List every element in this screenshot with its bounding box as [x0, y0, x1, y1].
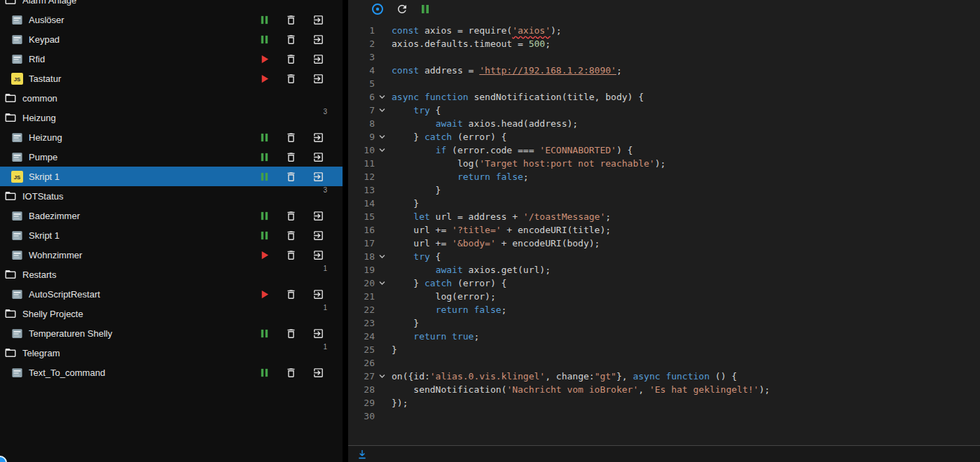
open-script-button[interactable]: [312, 249, 324, 261]
line-number: 28: [348, 383, 375, 396]
start-script-button[interactable]: [259, 250, 270, 260]
tree-script-row[interactable]: Skript 1: [0, 225, 343, 245]
tree-script-row[interactable]: JSSkript 1: [0, 167, 343, 186]
tree-folder-row[interactable]: Heizung3: [0, 108, 343, 127]
fold-chevron-icon[interactable]: [375, 276, 389, 290]
fold-gutter-spacer: [375, 316, 389, 330]
delete-script-button[interactable]: [285, 132, 297, 144]
code-line: 27on({id:'alias.0.vis.klingel', change:"…: [348, 370, 980, 383]
tree-folder-row[interactable]: common: [0, 88, 343, 108]
fold-chevron-icon[interactable]: [375, 130, 389, 144]
tree-script-row[interactable]: Rfid: [0, 49, 343, 69]
tree-script-row[interactable]: Temperaturen Shelly: [0, 323, 343, 343]
code-text: on({id:'alias.0.vis.klingel', change:"gt…: [389, 370, 737, 383]
script-icon: [11, 132, 23, 144]
open-script-button[interactable]: [312, 14, 324, 26]
fold-chevron-icon[interactable]: [375, 250, 389, 263]
delete-script-button[interactable]: [285, 249, 297, 261]
pause-script-button[interactable]: [259, 152, 270, 162]
open-script-button[interactable]: [312, 230, 324, 241]
tree-script-row[interactable]: Heizung: [0, 127, 343, 147]
pause-script-button[interactable]: [420, 4, 431, 15]
tree-script-row[interactable]: Badezimmer: [0, 206, 343, 225]
start-script-button[interactable]: [259, 54, 270, 64]
trash-icon: [285, 328, 297, 340]
fold-gutter-spacer: [375, 37, 389, 50]
pause-script-button[interactable]: [259, 132, 270, 143]
open-script-button[interactable]: [312, 34, 324, 46]
delete-script-button[interactable]: [285, 151, 297, 163]
pause-script-button[interactable]: [259, 34, 270, 45]
script-actions: [259, 14, 324, 26]
delete-script-button[interactable]: [285, 288, 297, 300]
tree-script-row[interactable]: Pumpe: [0, 147, 343, 167]
refresh-button[interactable]: [396, 3, 408, 15]
script-actions: [259, 34, 324, 46]
pause-script-button[interactable]: [259, 211, 270, 221]
script-icon: [11, 53, 23, 65]
delete-script-button[interactable]: [285, 328, 297, 340]
delete-script-button[interactable]: [285, 34, 297, 46]
tree-folder-row[interactable]: Shelly Projecte1: [0, 304, 343, 323]
open-script-button[interactable]: [312, 288, 324, 300]
open-script-button[interactable]: [312, 73, 324, 85]
tree-script-row[interactable]: Text_To_command: [0, 363, 343, 382]
open-script-button[interactable]: [312, 171, 324, 183]
fold-chevron-icon[interactable]: [375, 104, 389, 117]
scroll-to-bottom-button[interactable]: [357, 449, 368, 460]
open-script-button[interactable]: [312, 367, 324, 379]
line-number: 23: [348, 316, 375, 330]
open-script-button[interactable]: [312, 328, 324, 340]
trash-icon: [285, 73, 297, 85]
open-script-button[interactable]: [312, 210, 324, 222]
start-script-button[interactable]: [259, 74, 270, 84]
tree-script-row[interactable]: Wohnzimmer: [0, 245, 343, 265]
code-line: 5: [348, 77, 980, 90]
delete-script-button[interactable]: [285, 171, 297, 183]
pause-script-button[interactable]: [259, 15, 270, 25]
fold-gutter-spacer: [375, 303, 389, 316]
delete-script-button[interactable]: [285, 14, 297, 26]
tree-script-row[interactable]: JSTastatur: [0, 69, 343, 88]
delete-script-button[interactable]: [285, 367, 297, 379]
fold-gutter-spacer: [375, 290, 389, 303]
code-line: 7 try {: [348, 104, 980, 117]
sidebar-resize-handle[interactable]: [343, 0, 348, 462]
add-script-fab-partial[interactable]: [0, 456, 7, 462]
fold-chevron-icon[interactable]: [375, 90, 389, 104]
pause-script-button[interactable]: [259, 230, 270, 241]
pause-script-button[interactable]: [259, 368, 270, 378]
script-name: Badezimmer: [29, 211, 259, 221]
code-text: try {: [389, 250, 441, 263]
code-editor[interactable]: 1const axios = require('axios');2axios.d…: [348, 18, 980, 445]
delete-script-button[interactable]: [285, 53, 297, 65]
fold-gutter-spacer: [375, 330, 389, 343]
tree-script-row[interactable]: Auslöser: [0, 10, 343, 29]
start-script-button[interactable]: [259, 289, 270, 300]
open-script-button[interactable]: [312, 53, 324, 65]
delete-script-button[interactable]: [285, 230, 297, 241]
line-number: 17: [348, 237, 375, 250]
delete-script-button[interactable]: [285, 210, 297, 222]
tree-folder-row[interactable]: Alarm Anlage: [0, 0, 343, 10]
delete-script-button[interactable]: [285, 73, 297, 85]
open-script-button[interactable]: [312, 132, 324, 144]
pause-icon: [259, 34, 270, 45]
tree-script-row[interactable]: Keypad: [0, 29, 343, 49]
folder-icon: [4, 111, 17, 124]
tree-folder-row[interactable]: Restarts1: [0, 265, 343, 284]
tree-script-row[interactable]: AutoScriptRestart: [0, 284, 343, 304]
tree-folder-row[interactable]: IOTStatus3: [0, 186, 343, 206]
pause-script-button[interactable]: [259, 328, 270, 339]
folder-item-count: 1: [323, 304, 327, 312]
locate-button[interactable]: [371, 2, 385, 16]
line-number: 18: [348, 250, 375, 263]
line-number: 27: [348, 370, 375, 383]
tree-folder-row[interactable]: Telegram1: [0, 343, 343, 363]
pause-script-button[interactable]: [259, 172, 270, 182]
code-line: 17 url += '&body=' + encodeURI(body);: [348, 237, 980, 250]
code-text: [389, 356, 392, 370]
fold-chevron-icon[interactable]: [375, 144, 389, 157]
fold-chevron-icon[interactable]: [375, 370, 389, 383]
open-script-button[interactable]: [312, 151, 324, 163]
